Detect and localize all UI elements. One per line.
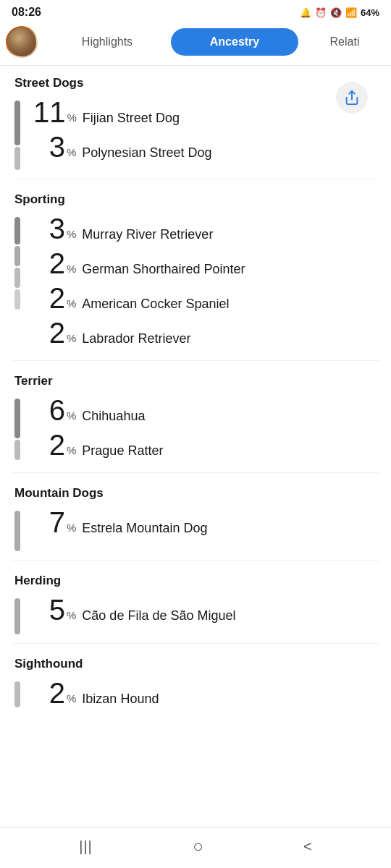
- breed-name-murray: Murray River Retriever: [82, 227, 213, 242]
- avatar: [6, 26, 38, 58]
- mountain-breeds-row: 7 % Estrela Mountain Dog: [14, 508, 379, 553]
- pct-murray: 3: [33, 214, 65, 243]
- bar-seg-sp4: [14, 289, 20, 310]
- bar-herding: [14, 598, 22, 636]
- mute-icon: 🔇: [330, 7, 342, 18]
- breeds-mountain: 7 % Estrela Mountain Dog: [33, 508, 379, 553]
- bar-mountain: [14, 511, 22, 553]
- bar-seg-h1: [14, 598, 20, 634]
- pct-sign-cao: %: [67, 609, 76, 621]
- category-label-mountain-dogs: Mountain Dogs: [14, 486, 379, 501]
- breed-name-fijian: Fijian Street Dog: [83, 111, 180, 126]
- bar-seg-t1: [14, 399, 20, 438]
- bar-sighthound: [14, 681, 22, 713]
- sporting-breeds-row: 3 % Murray River Retriever 2 % German Sh…: [14, 214, 379, 353]
- status-time: 08:26: [12, 6, 41, 19]
- bar-seg-sp1: [14, 217, 20, 244]
- category-herding: Herding 5 % Cão de Fila de São Miguel: [0, 563, 391, 640]
- bottom-nav-home[interactable]: ○: [193, 836, 203, 856]
- pct-sign-labrador: %: [67, 332, 76, 344]
- pct-sign-estrela: %: [67, 522, 76, 534]
- bar-street-dogs: [14, 101, 22, 171]
- bar-sporting: [14, 217, 22, 353]
- divider-5: [12, 643, 379, 644]
- bar-seg-t2: [14, 440, 20, 460]
- herding-breeds-row: 5 % Cão de Fila de São Miguel: [14, 595, 379, 636]
- breed-cao: 5 % Cão de Fila de São Miguel: [33, 595, 379, 624]
- divider-2: [12, 360, 379, 361]
- breed-name-ibizan: Ibizan Hound: [82, 692, 159, 707]
- breed-name-cocker: American Cocker Spaniel: [82, 297, 229, 312]
- breeds-terrier: 6 % Chihuahua 2 % Prague Ratter: [33, 396, 379, 465]
- breed-name-chihuahua: Chihuahua: [82, 409, 145, 424]
- pct-polynesian: 3: [33, 132, 65, 161]
- bar-terrier: [14, 399, 22, 465]
- terrier-breeds-row: 6 % Chihuahua 2 % Prague Ratter: [14, 396, 379, 465]
- bottom-nav: ||| ○ <: [0, 827, 391, 868]
- pct-fijian: 11: [33, 98, 66, 127]
- pct-sign-prague: %: [67, 444, 76, 456]
- bar-seg-m1: [14, 511, 20, 551]
- pct-sign-fijian: %: [67, 111, 77, 124]
- wifi-icon: 📶: [345, 7, 357, 18]
- tab-relati[interactable]: Relati: [298, 28, 391, 56]
- breed-name-cao: Cão de Fila de São Miguel: [82, 608, 235, 624]
- pct-german: 2: [33, 249, 65, 278]
- breed-cocker: 2 % American Cocker Spaniel: [33, 284, 379, 312]
- clock-icon: ⏰: [315, 7, 327, 18]
- pct-cocker: 2: [33, 284, 65, 312]
- breeds-sighthound: 2 % Ibizan Hound: [33, 678, 379, 713]
- category-street-dogs: Street Dogs 11 % Fijian Street Dog 3 % P…: [0, 66, 391, 176]
- tab-bar: Highlights Ancestry Relati: [0, 22, 391, 66]
- breeds-herding: 5 % Cão de Fila de São Miguel: [33, 595, 379, 636]
- category-label-sporting: Sporting: [14, 192, 379, 207]
- bottom-nav-back[interactable]: <: [303, 838, 312, 855]
- bar-seg-1: [14, 101, 20, 145]
- breed-polynesian: 3 % Polynesian Street Dog: [33, 132, 379, 161]
- sighthound-breeds-row: 2 % Ibizan Hound: [14, 678, 379, 713]
- breeds-sporting: 3 % Murray River Retriever 2 % German Sh…: [33, 214, 379, 353]
- share-btn-inner[interactable]: [336, 82, 368, 114]
- category-label-terrier: Terrier: [14, 374, 379, 388]
- breed-ibizan: 2 % Ibizan Hound: [33, 678, 379, 707]
- category-terrier: Terrier 6 % Chihuahua 2 % Prague Ratter: [0, 364, 391, 469]
- pct-sign-murray: %: [67, 228, 76, 240]
- breed-labrador: 2 % Labrador Retriever: [33, 318, 379, 347]
- pct-chihuahua: 6: [33, 396, 65, 425]
- breed-name-polynesian: Polynesian Street Dog: [82, 145, 211, 161]
- breed-murray: 3 % Murray River Retriever: [33, 214, 379, 243]
- tab-ancestry[interactable]: Ancestry: [171, 28, 298, 56]
- bar-seg-sp2: [14, 246, 20, 266]
- divider-4: [12, 560, 379, 561]
- pct-ibizan: 2: [33, 678, 65, 707]
- pct-estrela: 7: [33, 508, 65, 537]
- breeds-street-dogs: 11 % Fijian Street Dog 3 % Polynesian St…: [33, 98, 379, 167]
- bar-seg-sp3: [14, 268, 20, 288]
- breed-name-labrador: Labrador Retriever: [82, 331, 190, 346]
- pct-sign-chihuahua: %: [67, 409, 76, 422]
- category-sporting: Sporting 3 % Murray River Retriever 2 % …: [0, 182, 391, 357]
- bottom-nav-menu[interactable]: |||: [79, 838, 93, 855]
- divider-1: [12, 179, 379, 179]
- category-mountain-dogs: Mountain Dogs 7 % Estrela Mountain Dog: [0, 476, 391, 557]
- share-icon: [344, 90, 360, 106]
- breed-german: 2 % German Shorthaired Pointer: [33, 249, 379, 278]
- avatar-area: [0, 26, 43, 58]
- battery-pct: 64%: [361, 7, 379, 18]
- breed-name-prague: Prague Ratter: [82, 443, 163, 459]
- breed-prague: 2 % Prague Ratter: [33, 430, 379, 459]
- pct-sign-german: %: [67, 263, 76, 275]
- breed-name-german: German Shorthaired Pointer: [82, 262, 245, 277]
- status-bar: 08:26 🔔 ⏰ 🔇 📶 64%: [0, 0, 391, 22]
- pct-sign-polynesian: %: [67, 146, 76, 158]
- category-sighthound: Sighthound 2 % Ibizan Hound: [0, 647, 391, 718]
- pct-sign-ibizan: %: [67, 692, 76, 705]
- pct-sign-cocker: %: [67, 297, 76, 310]
- divider-3: [12, 472, 379, 473]
- breed-chihuahua: 6 % Chihuahua: [33, 396, 379, 425]
- tabs: Highlights Ancestry Relati: [43, 28, 391, 56]
- tab-highlights[interactable]: Highlights: [43, 28, 171, 56]
- breed-estrela: 7 % Estrela Mountain Dog: [33, 508, 379, 537]
- status-icons: 🔔 ⏰ 🔇 📶 64%: [300, 7, 379, 18]
- bar-seg-2: [14, 147, 20, 170]
